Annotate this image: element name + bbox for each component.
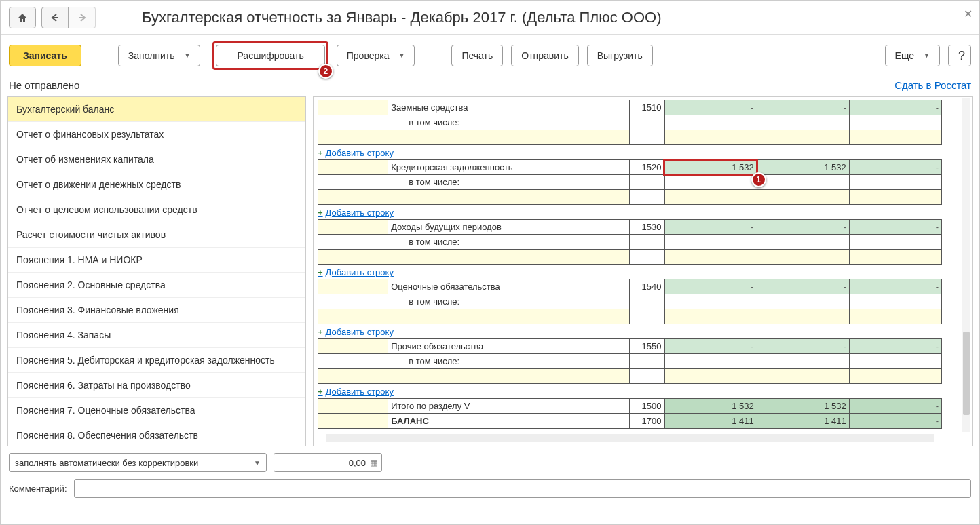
row-1500-name: Итого по разделу V <box>388 399 630 414</box>
row-1510-v1[interactable]: - <box>664 100 757 115</box>
sidebar-item-0[interactable]: Бухгалтерский баланс <box>8 97 305 122</box>
add-row-1520[interactable]: +Добавить строку <box>318 208 394 218</box>
fill-button[interactable]: Заполнить <box>118 45 201 66</box>
page-title: Бухгалтерская отчетность за Январь - Дек… <box>142 9 661 26</box>
sidebar-item-13[interactable]: Пояснения 8. Обеспечения обязательств <box>8 423 305 446</box>
send-button[interactable]: Отправить <box>511 45 578 66</box>
more-button[interactable]: Еще <box>885 45 940 66</box>
row-1700-v3[interactable]: - <box>849 414 941 429</box>
row-1520-v3[interactable]: - <box>849 160 941 175</box>
sidebar: Бухгалтерский баланс Отчет о финансовых … <box>7 96 306 446</box>
row-1700-code: 1700 <box>629 414 664 429</box>
home-button[interactable] <box>9 7 36 28</box>
row-1540-v1[interactable]: - <box>664 279 757 294</box>
row-1500-v2[interactable]: 1 532 <box>757 399 849 414</box>
row-1550-incl: в том числе: <box>388 354 630 369</box>
sidebar-item-7[interactable]: Пояснения 2. Основные средства <box>8 273 305 298</box>
row-1540-incl: в том числе: <box>388 294 630 309</box>
row-1500-code: 1500 <box>629 399 664 414</box>
row-1540-name: Оценочные обязательства <box>388 279 630 294</box>
sidebar-item-5[interactable]: Расчет стоимости чистых активов <box>8 222 305 248</box>
sidebar-item-10[interactable]: Пояснения 5. Дебиторская и кредиторская … <box>8 348 305 373</box>
decode-button[interactable]: Расшифровать <box>216 45 324 66</box>
fill-mode-select[interactable]: заполнять автоматически без корректировк… <box>9 453 267 472</box>
calculator-icon[interactable]: ▦ <box>370 458 377 467</box>
row-1550-name: Прочие обязательства <box>388 339 630 354</box>
export-button[interactable]: Выгрузить <box>587 45 653 66</box>
row-1510-v2[interactable]: - <box>757 100 849 115</box>
row-1700-v1[interactable]: 1 411 <box>664 414 757 429</box>
add-row-1510[interactable]: +Добавить строку <box>318 148 394 158</box>
add-row-1530[interactable]: +Добавить строку <box>318 267 394 277</box>
row-1550-code: 1550 <box>629 339 664 354</box>
row-1540-code: 1540 <box>629 279 664 294</box>
callout-1: 1 <box>751 172 766 187</box>
row-1550-v2[interactable]: - <box>757 339 849 354</box>
add-row-1540[interactable]: +Добавить строку <box>318 327 394 337</box>
send-status: Не отправлено <box>9 79 79 91</box>
row-1500-v3[interactable]: - <box>849 399 941 414</box>
sidebar-item-8[interactable]: Пояснения 3. Финансовые вложения <box>8 298 305 323</box>
save-button[interactable]: Записать <box>9 45 81 66</box>
row-1530-name: Доходы будущих периодов <box>388 220 630 235</box>
add-row-1550[interactable]: +Добавить строку <box>318 387 394 397</box>
rosstat-link[interactable]: Сдать в Росстат <box>894 79 971 91</box>
row-1540-v2[interactable]: - <box>757 279 849 294</box>
row-1500-v1[interactable]: 1 532 <box>664 399 757 414</box>
row-1550-v3[interactable]: - <box>849 339 941 354</box>
row-1510-v3[interactable]: - <box>849 100 941 115</box>
comment-input[interactable] <box>74 479 972 498</box>
row-1520-v1[interactable]: 1 532 <box>664 160 757 175</box>
row-1530-code: 1530 <box>629 220 664 235</box>
callout-2: 2 <box>318 64 333 79</box>
row-1520-code: 1520 <box>629 160 664 175</box>
sidebar-item-4[interactable]: Отчет о целевом использовании средств <box>8 197 305 222</box>
sidebar-item-11[interactable]: Пояснения 6. Затраты на производство <box>8 373 305 398</box>
row-1520-incl: в том числе: <box>388 175 630 190</box>
forward-button[interactable] <box>69 7 96 28</box>
comment-label: Комментарий: <box>9 484 67 494</box>
row-1520-v2[interactable]: 1 532 <box>757 160 849 175</box>
row-1510-incl: в том числе: <box>388 115 630 130</box>
sidebar-item-9[interactable]: Пояснения 4. Запасы <box>8 323 305 348</box>
row-1520-name: Кредиторская задолженность <box>388 160 630 175</box>
help-button[interactable]: ? <box>948 45 971 66</box>
vertical-scrollbar[interactable] <box>962 98 970 432</box>
close-icon[interactable]: ✕ <box>964 7 973 20</box>
back-button[interactable] <box>41 7 69 28</box>
row-1510-name: Заемные средства <box>388 100 630 115</box>
highlight-2: Расшифровать 2 <box>212 41 328 70</box>
print-button[interactable]: Печать <box>451 45 503 66</box>
sidebar-item-3[interactable]: Отчет о движении денежных средств <box>8 172 305 197</box>
numeric-value-field[interactable]: 0,00 ▦ <box>274 453 382 472</box>
row-1530-v3[interactable]: - <box>849 220 941 235</box>
sidebar-item-1[interactable]: Отчет о финансовых результатах <box>8 122 305 147</box>
sidebar-item-6[interactable]: Пояснения 1. НМА и НИОКР <box>8 248 305 273</box>
row-1700-name: БАЛАНС <box>388 414 630 429</box>
main-sheet: Заемные средства 1510 - - - в том числе: <box>313 96 973 446</box>
horizontal-scrollbar[interactable] <box>326 434 934 442</box>
row-1550-v1[interactable]: - <box>664 339 757 354</box>
sidebar-item-2[interactable]: Отчет об изменениях капитала <box>8 147 305 172</box>
row-1510-code: 1510 <box>629 100 664 115</box>
check-button[interactable]: Проверка <box>337 45 415 66</box>
row-1540-v3[interactable]: - <box>849 279 941 294</box>
chevron-down-icon: ▼ <box>254 459 261 467</box>
row-1700-v2[interactable]: 1 411 <box>757 414 849 429</box>
row-1530-v1[interactable]: - <box>664 220 757 235</box>
sidebar-item-12[interactable]: Пояснения 7. Оценочные обязательства <box>8 398 305 423</box>
row-1530-v2[interactable]: - <box>757 220 849 235</box>
row-1530-incl: в том числе: <box>388 235 630 250</box>
